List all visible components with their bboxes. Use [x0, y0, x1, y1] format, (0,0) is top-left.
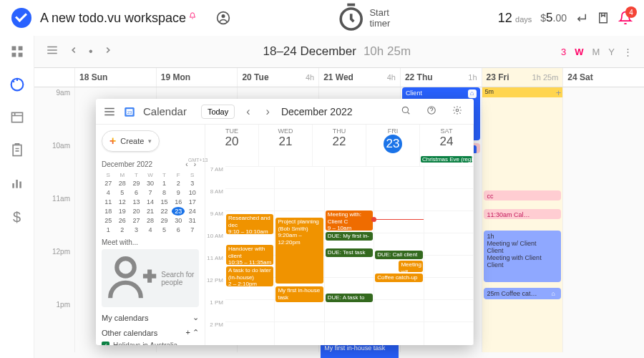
mini-day[interactable]: 1 [102, 226, 115, 234]
gcal-day-header[interactable]: THU22 [313, 125, 366, 156]
add-calendar-icon[interactable]: + [186, 328, 190, 337]
notifications-bell-icon[interactable]: 4 [618, 11, 633, 25]
mini-day[interactable]: 3 [185, 179, 199, 188]
event-fri-1130[interactable]: 11:30am Cal… [484, 209, 562, 219]
mini-day[interactable]: 18 [102, 207, 115, 216]
day-header-fri[interactable]: 23 Fri1h 25m [482, 68, 563, 87]
search-people-input[interactable]: Search for people [102, 249, 199, 307]
gev-fri-coffee[interactable]: Coffee catch-up with R [375, 274, 422, 282]
gev-tue-research[interactable]: Researched and dec9:10 – 10:10am [226, 214, 273, 234]
more-menu-icon[interactable]: ⋮ [623, 47, 633, 57]
day-header-wed[interactable]: 21 Wed4h [318, 68, 400, 87]
gcal-today-button[interactable]: Today [201, 105, 235, 119]
mini-day[interactable]: 17 [185, 198, 199, 206]
gcal-prev-icon[interactable]: ‹ [242, 105, 254, 118]
mini-day[interactable]: 15 [157, 198, 171, 206]
mini-day[interactable]: 3 [130, 226, 143, 234]
gcal-menu-icon[interactable] [103, 105, 116, 118]
gev-tue-handover[interactable]: Handover with client10:35 – 11:35am [226, 245, 273, 265]
nav-tasks-icon[interactable] [10, 143, 24, 158]
gev-thu-due1[interactable]: DUE: My first in-hou [326, 232, 373, 241]
mini-day[interactable]: 31 [185, 216, 199, 225]
gcal-search-icon[interactable] [396, 105, 415, 118]
gev-thu-due2[interactable]: DUE: Test task to see [326, 248, 373, 257]
mini-day[interactable]: 27 [102, 179, 115, 188]
gev-fri-call[interactable]: DUE: Call client (Cl [375, 251, 422, 259]
mini-day[interactable]: 9 [172, 188, 185, 197]
mini-day[interactable]: 29 [130, 179, 143, 188]
mini-day[interactable]: 21 [144, 207, 157, 216]
mini-day[interactable]: 2 [172, 179, 185, 188]
mini-day[interactable]: 4 [144, 226, 157, 234]
mini-day[interactable]: 11 [102, 198, 115, 206]
mini-day[interactable]: 13 [130, 198, 143, 206]
nav-billing-icon[interactable]: $ [10, 209, 24, 223]
mini-day[interactable]: 26 [116, 216, 130, 225]
mini-day[interactable]: 4 [102, 188, 115, 197]
nav-projects-icon[interactable] [10, 110, 24, 125]
mini-day[interactable]: 24 [185, 207, 199, 216]
mini-day[interactable]: 19 [116, 207, 130, 216]
mini-day[interactable]: 29 [157, 216, 171, 225]
gcal-create-button[interactable]: + Create ▾ [102, 130, 160, 152]
holiday-event[interactable]: Christmas Eve (regio [421, 156, 472, 163]
other-calendars-toggle[interactable]: Other calendars+ ⌃ [102, 328, 199, 337]
day-header-sat[interactable]: 24 Sat [562, 68, 644, 87]
app-logo[interactable] [11, 8, 31, 28]
mini-day[interactable]: 28 [116, 179, 130, 188]
nav-time-icon[interactable] [10, 77, 24, 92]
mini-day[interactable]: 28 [144, 216, 157, 225]
mini-day[interactable]: 30 [172, 216, 185, 225]
gcal-day-header[interactable]: TUE20 [205, 125, 259, 156]
mini-day[interactable]: 10 [185, 188, 199, 197]
gcal-next-icon[interactable]: › [262, 105, 274, 118]
next-week-icon[interactable] [103, 45, 113, 58]
gev-fri-meet[interactable]: Meeting wit [399, 261, 422, 272]
menu-icon[interactable] [46, 44, 59, 59]
gcal-day-header[interactable]: WED21 [259, 125, 313, 156]
fri-allday-5m[interactable]: 5m+ [482, 87, 563, 97]
day-header-tue[interactable]: 20 Tue4h [237, 68, 318, 87]
account-icon[interactable] [216, 11, 230, 25]
view-year[interactable]: Y [608, 47, 615, 57]
mini-day[interactable]: 23 [172, 207, 185, 216]
prev-week-icon[interactable] [69, 45, 79, 58]
mini-day[interactable]: 6 [172, 226, 185, 234]
nav-dashboard-icon[interactable] [10, 44, 24, 59]
mini-day[interactable]: 5 [157, 226, 171, 234]
start-timer-button[interactable]: Start timer [336, 2, 393, 33]
my-calendars-toggle[interactable]: My calendars⌄ [102, 313, 199, 322]
mini-day[interactable]: 12 [116, 198, 130, 206]
today-dot-icon[interactable]: • [89, 45, 93, 58]
day-header-thu[interactable]: 22 Thu1h [400, 68, 482, 87]
bookmark-icon[interactable] [597, 11, 610, 24]
mini-day[interactable]: 30 [144, 179, 157, 188]
view-month[interactable]: M [592, 47, 600, 57]
gcal-settings-icon[interactable] [448, 105, 467, 118]
mini-day[interactable]: 14 [144, 198, 157, 206]
mini-day[interactable]: 1 [157, 179, 171, 188]
gev-wed-planning[interactable]: Project planning (Bob Smith)9:20am – 12:… [275, 218, 323, 284]
gev-thu-meeting[interactable]: Meeting with: Client C9 – 10am [326, 211, 373, 231]
mini-day[interactable]: 20 [130, 207, 143, 216]
mini-day[interactable]: 2 [116, 226, 130, 234]
gev-tue-later[interactable]: A task to do later (in-house)2 – 2:10pm [226, 266, 273, 286]
gev-thu-due3[interactable]: DUE: A task to do lat [326, 294, 373, 302]
nav-reports-icon[interactable] [10, 176, 24, 190]
event-fri-cc[interactable]: cc [484, 190, 562, 200]
day-col-sat[interactable] [562, 87, 644, 352]
day-header-mon[interactable]: 19 Mon [156, 68, 238, 87]
back-arrow-icon[interactable] [575, 11, 588, 24]
day-col-fri[interactable]: 5m+ cc 11:30am Cal… 1h Meeting w/ Client… [482, 87, 563, 352]
mini-day[interactable]: 22 [157, 207, 171, 216]
view-week[interactable]: W [575, 47, 583, 57]
gcal-day-header[interactable]: SAT24 [420, 125, 474, 156]
gcal-day-header[interactable]: FRI23 [366, 125, 420, 156]
mini-day[interactable]: 8 [157, 188, 171, 197]
mini-day[interactable]: 7 [185, 226, 199, 234]
calendar-item[interactable]: ✓Holidays in Australia [102, 340, 199, 345]
mini-day[interactable]: 7 [144, 188, 157, 197]
gcal-help-icon[interactable] [422, 105, 441, 118]
mini-day[interactable]: 5 [116, 188, 130, 197]
mini-day[interactable]: 25 [102, 216, 115, 225]
